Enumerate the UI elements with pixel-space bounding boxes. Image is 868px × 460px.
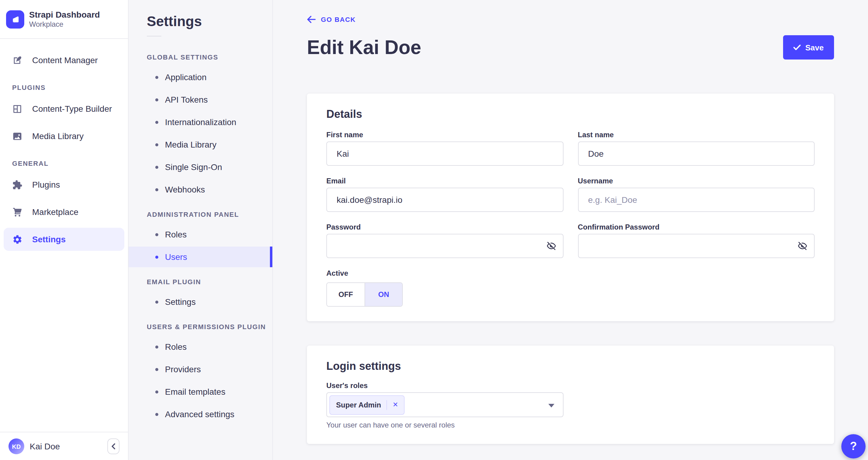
subnav-item-media-library[interactable]: Media Library: [129, 134, 272, 155]
collapse-sidebar-button[interactable]: [107, 438, 120, 454]
password-field[interactable]: [326, 234, 563, 258]
subnav-item-internationalization[interactable]: Internationalization: [129, 112, 272, 133]
bullet-icon: [155, 345, 158, 348]
go-back-link[interactable]: GO BACK: [307, 16, 356, 23]
eye-off-icon[interactable]: [546, 241, 556, 251]
bullet-icon: [155, 188, 158, 191]
subnav-item-label: Roles: [165, 342, 187, 352]
subnav-section-users-permissions-plugin: USERS & PERMISSIONS PLUGIN Roles Provide…: [129, 323, 272, 425]
cart-icon: [11, 206, 23, 218]
help-button[interactable]: ?: [841, 434, 866, 458]
workspace-header[interactable]: Strapi Dashboard Workplace: [0, 0, 128, 39]
subnav-item-single-sign-on[interactable]: Single Sign-On: [129, 157, 272, 177]
subnav-item-api-tokens[interactable]: API Tokens: [129, 89, 272, 110]
last-name-label: Last name: [578, 131, 815, 139]
chevron-left-icon: [111, 443, 116, 449]
subnav-item-up-providers[interactable]: Providers: [129, 359, 272, 379]
save-button[interactable]: Save: [783, 35, 834, 59]
last-name-field[interactable]: [578, 142, 815, 166]
image-icon: [11, 131, 23, 142]
active-field-group: Active OFF ON: [326, 269, 563, 307]
subnav-item-up-advanced-settings[interactable]: Advanced settings: [129, 404, 272, 425]
sidebar-item-marketplace[interactable]: Marketplace: [4, 200, 124, 224]
first-name-label: First name: [326, 131, 563, 139]
bullet-icon: [155, 143, 158, 146]
workspace-titles: Strapi Dashboard Workplace: [29, 9, 100, 29]
remove-role-icon[interactable]: ✕: [393, 401, 398, 408]
sidebar-section-plugins: PLUGINS: [0, 84, 128, 91]
email-field[interactable]: [326, 188, 563, 212]
confirm-password-field-group: Confirmation Password: [578, 223, 815, 258]
role-tag-super-admin: Super Admin ✕: [329, 395, 405, 414]
subnav-item-label: Advanced settings: [165, 409, 235, 419]
strapi-admin-app: Strapi Dashboard Workplace Content Manag…: [0, 0, 868, 460]
user-roles-label: User's roles: [326, 381, 563, 390]
sidebar-item-media-library[interactable]: Media Library: [4, 124, 124, 148]
main-nav: Content Manager PLUGINS Content-Type Bui…: [0, 39, 128, 251]
roles-field-group: User's roles Super Admin ✕ Your user can…: [326, 381, 563, 429]
login-settings-card: Login settings User's roles Super Admin …: [307, 346, 834, 444]
subnav-item-webhooks[interactable]: Webhooks: [129, 179, 272, 200]
bullet-icon: [155, 233, 158, 236]
subnav-item-label: Email templates: [165, 387, 225, 397]
username-label: Username: [578, 177, 815, 185]
layout-icon: [11, 103, 23, 114]
eye-off-icon[interactable]: [798, 241, 807, 251]
active-toggle: OFF ON: [326, 282, 403, 307]
subnav-item-up-email-templates[interactable]: Email templates: [129, 381, 272, 402]
main-sidebar: Strapi Dashboard Workplace Content Manag…: [0, 0, 129, 460]
login-settings-form: User's roles Super Admin ✕ Your user can…: [326, 381, 815, 429]
subnav-item-label: Internationalization: [165, 117, 236, 127]
sidebar-item-content-manager[interactable]: Content Manager: [4, 49, 124, 71]
subnav-item-label: Settings: [165, 297, 196, 307]
subnav-item-email-settings[interactable]: Settings: [129, 291, 272, 312]
settings-subnav: Settings GLOBAL SETTINGS Application API…: [129, 0, 273, 460]
sidebar-item-label: Marketplace: [32, 207, 79, 217]
page-header: Edit Kai Doe Save: [307, 35, 834, 59]
go-back-label: GO BACK: [321, 16, 356, 23]
first-name-field-group: First name: [326, 131, 563, 166]
gear-icon: [11, 234, 23, 245]
chevron-down-icon: [548, 404, 554, 407]
last-name-field-group: Last name: [578, 131, 815, 166]
subnav-sections: GLOBAL SETTINGS Application API Tokens I…: [129, 53, 272, 425]
roles-helper-text: Your user can have one or several roles: [326, 421, 563, 429]
sidebar-item-label: Media Library: [32, 131, 84, 141]
subnav-section-header: USERS & PERMISSIONS PLUGIN: [129, 323, 272, 330]
save-button-label: Save: [805, 43, 824, 52]
subnav-title: Settings: [129, 0, 272, 30]
subnav-item-admin-roles[interactable]: Roles: [129, 224, 272, 245]
subnav-section-global-settings: GLOBAL SETTINGS Application API Tokens I…: [129, 53, 272, 200]
first-name-field[interactable]: [326, 142, 563, 166]
subnav-item-label: Roles: [165, 230, 187, 239]
sidebar-item-plugins[interactable]: Plugins: [4, 173, 124, 196]
role-tag-label: Super Admin: [336, 401, 381, 409]
subnav-item-application[interactable]: Application: [129, 67, 272, 87]
details-form: First name Last name Email: [326, 131, 815, 307]
subnav-item-label: Webhooks: [165, 184, 205, 194]
question-mark-icon: ?: [850, 440, 857, 453]
subnav-item-admin-users[interactable]: Users: [129, 247, 272, 267]
user-area: KD Kai Doe: [0, 432, 128, 460]
user-roles-select[interactable]: Super Admin ✕: [326, 392, 563, 417]
email-label: Email: [326, 177, 563, 185]
sidebar-item-settings[interactable]: Settings: [4, 228, 124, 251]
sidebar-item-content-type-builder[interactable]: Content-Type Builder: [4, 97, 124, 120]
active-label: Active: [326, 269, 563, 278]
subnav-item-up-roles[interactable]: Roles: [129, 337, 272, 357]
confirm-password-label: Confirmation Password: [578, 223, 815, 231]
confirm-password-field[interactable]: [578, 234, 815, 258]
bullet-icon: [155, 300, 158, 303]
email-field-group: Email: [326, 177, 563, 212]
main-content: GO BACK Edit Kai Doe Save Details First …: [273, 0, 868, 460]
active-toggle-off[interactable]: OFF: [327, 283, 365, 306]
sidebar-section-general: GENERAL: [0, 160, 128, 167]
bullet-icon: [155, 76, 158, 79]
password-label: Password: [326, 223, 563, 231]
avatar[interactable]: KD: [8, 438, 24, 454]
subnav-item-label: API Tokens: [165, 95, 208, 105]
login-settings-title: Login settings: [326, 360, 815, 373]
details-card: Details First name Last name Email: [307, 93, 834, 321]
active-toggle-on[interactable]: ON: [365, 283, 402, 306]
username-field[interactable]: [578, 188, 815, 212]
